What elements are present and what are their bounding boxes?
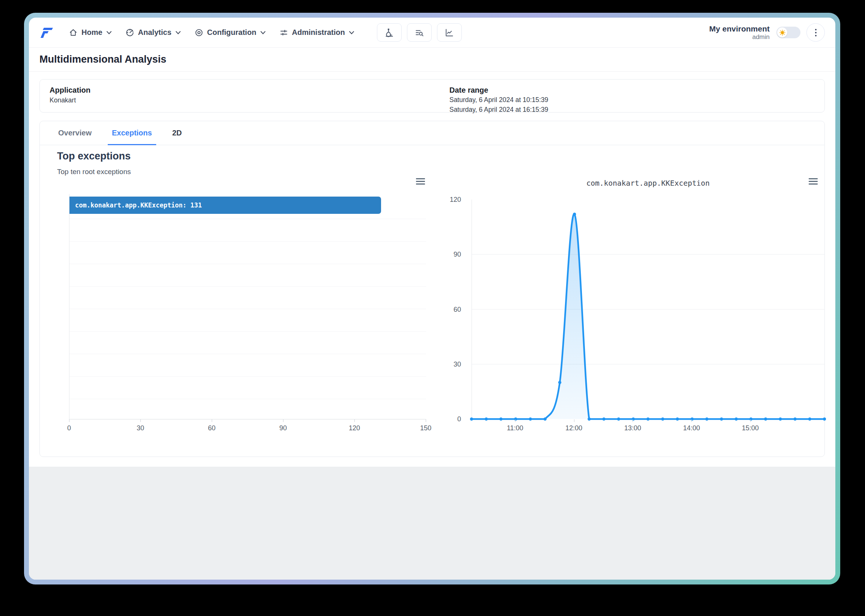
charts-area: Top exceptions Top ten root exceptions c… [40, 145, 824, 457]
y-axis-tick-label: 90 [454, 251, 461, 258]
nav-item-label: Analytics [138, 28, 172, 37]
nav-item-administration[interactable]: Administration [279, 28, 355, 37]
theme-toggle-thumb [777, 27, 787, 38]
analytics-icon [125, 28, 134, 37]
nav-item-configuration[interactable]: Configuration [194, 28, 266, 37]
axis-tick-label: 11:00 [507, 424, 523, 432]
axis-tick-label: 13:00 [624, 424, 641, 432]
top-nav: Home Analytics Configuration Administrat… [29, 17, 835, 48]
axis-tick [692, 420, 692, 422]
filters-card: Application Konakart Date range Saturday… [39, 79, 825, 113]
tab-bar: Overview Exceptions 2D [40, 121, 824, 145]
bar-chart-row [69, 354, 426, 377]
axis-tick-label: 90 [279, 424, 287, 432]
page-title-row: Multidimensional Analysis [29, 48, 835, 72]
bar-chart-row: com.konakart.app.KKException: 131 [69, 196, 426, 219]
axis-tick [355, 420, 355, 422]
environment-user: admin [709, 33, 770, 41]
desktop-background: Home Analytics Configuration Administrat… [0, 0, 865, 616]
microscope-button[interactable] [377, 23, 402, 42]
environment-info: My environment admin [709, 24, 770, 41]
axis-tick-label: 30 [137, 424, 144, 432]
kebab-icon [815, 29, 816, 30]
top-exceptions-bar-chart: com.konakart.app.KKException: 131 [69, 194, 426, 420]
date-from: Saturday, 6 April 2024 at 10:15:39 [449, 96, 548, 104]
axis-tick-label: 150 [420, 424, 432, 432]
bar-chart-row [69, 377, 426, 399]
bar-chart-row [69, 287, 426, 309]
y-axis-tick-label: 30 [454, 360, 461, 368]
bar-chart-menu-icon[interactable] [416, 177, 425, 186]
environment-name: My environment [709, 24, 770, 33]
application-label: Application [50, 86, 815, 94]
chevron-down-icon [106, 31, 112, 35]
date-to: Saturday, 6 April 2024 at 16:15:39 [449, 106, 548, 114]
analysis-card: Overview Exceptions 2D Top exceptions To… [39, 121, 825, 457]
exception-line-chart [471, 200, 824, 419]
app-window: Home Analytics Configuration Administrat… [29, 17, 835, 580]
nav-item-label: Home [82, 28, 102, 37]
content-filler [29, 467, 835, 580]
exception-bar[interactable]: com.konakart.app.KKException: 131 [69, 196, 381, 214]
axis-tick [426, 420, 426, 422]
theme-toggle[interactable] [777, 27, 800, 38]
list-search-icon [414, 28, 424, 38]
app-logo-icon [39, 26, 54, 39]
section-subtitle: Top ten root exceptions [57, 168, 131, 176]
axis-tick [750, 420, 751, 422]
axis-tick [633, 420, 633, 422]
y-axis-tick-label: 0 [457, 415, 461, 423]
line-chart-x-axis: 11:0012:0013:0014:0015:00 [471, 420, 824, 436]
more-options-button[interactable] [807, 23, 825, 42]
exception-bar-label: com.konakart.app.KKException: 131 [75, 201, 202, 209]
axis-tick-label: 14:00 [683, 424, 700, 432]
axis-tick-label: 0 [67, 424, 71, 432]
chart-line-icon [444, 28, 454, 38]
tab-2d[interactable]: 2D [162, 121, 192, 145]
application-value: Konakart [50, 96, 815, 104]
bar-chart-row [69, 309, 426, 332]
nav-item-label: Administration [292, 28, 345, 37]
nav-item-label: Configuration [207, 28, 257, 37]
nav-item-analytics[interactable]: Analytics [125, 28, 181, 37]
date-range-label: Date range [449, 86, 548, 94]
axis-tick [140, 420, 141, 422]
nav-tool-buttons [377, 23, 462, 42]
axis-tick-label: 60 [208, 424, 216, 432]
date-range-filter: Date range Saturday, 6 April 2024 at 10:… [449, 86, 548, 114]
axis-tick-label: 12:00 [566, 424, 582, 432]
chart-line-button[interactable] [437, 23, 462, 42]
bar-chart-x-axis: 0306090120150 [69, 420, 426, 436]
sun-icon [779, 29, 786, 36]
axis-tick-label: 15:00 [742, 424, 759, 432]
line-chart-y-axis: 0306090120 [445, 200, 466, 419]
axis-tick [212, 420, 212, 422]
line-chart-title: com.konakart.app.KKException [471, 179, 824, 188]
home-icon [69, 28, 78, 37]
page-title: Multidimensional Analysis [39, 53, 825, 65]
configuration-icon [194, 28, 203, 37]
tab-exceptions[interactable]: Exceptions [102, 121, 162, 145]
y-axis-tick-label: 120 [450, 196, 461, 204]
bar-chart-row [69, 264, 426, 287]
bar-chart-row [69, 332, 426, 354]
y-axis-tick-label: 60 [454, 305, 461, 313]
bar-chart-row [69, 399, 426, 422]
bar-chart-row [69, 242, 426, 264]
axis-tick [574, 420, 574, 422]
microscope-icon [384, 28, 394, 38]
tab-overview[interactable]: Overview [48, 121, 102, 145]
axis-tick-label: 120 [349, 424, 360, 432]
app-window-frame: Home Analytics Configuration Administrat… [24, 13, 840, 585]
chevron-down-icon [260, 31, 266, 35]
axis-tick [515, 420, 515, 422]
nav-item-home[interactable]: Home [69, 28, 112, 37]
administration-icon [279, 28, 288, 37]
section-title: Top exceptions [57, 151, 131, 162]
chevron-down-icon [349, 31, 355, 35]
list-search-button[interactable] [407, 23, 432, 42]
axis-tick [69, 420, 69, 422]
chevron-down-icon [175, 31, 181, 35]
axis-tick [283, 420, 284, 422]
bar-chart-row [69, 219, 426, 242]
